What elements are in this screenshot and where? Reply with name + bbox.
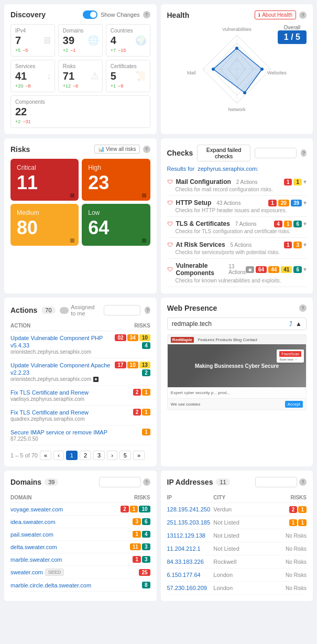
pagination-page-1[interactable]: 1: [66, 451, 78, 460]
cookies-bar: We use cookies Accept: [168, 398, 306, 410]
check-tls-actions: 7 Actions: [235, 221, 257, 227]
ip-risks-4: No Risks: [260, 546, 307, 552]
health-help-icon[interactable]: ?: [299, 12, 307, 19]
col-action-header[interactable]: ACTION: [10, 323, 30, 329]
risk-card-low[interactable]: Low 64: [82, 204, 150, 246]
ip-link-5[interactable]: 84.33.183.226: [167, 559, 204, 565]
domain-link-7[interactable]: marble.circle.delta.sweater.com: [10, 582, 91, 588]
check-item-atrisksvc: 🛡 At Risk Services 5 Actions 1 3 ▾ Check…: [167, 238, 307, 259]
pagination-next[interactable]: ›: [107, 451, 117, 460]
show-changes-toggle[interactable]: [83, 10, 97, 19]
pagination-info: 1 – 5 of 70: [10, 452, 38, 459]
ip-row-5: 84.33.183.226 Rockwell No Risks: [167, 555, 307, 569]
risks-help-icon[interactable]: ?: [143, 146, 150, 153]
risk-medium-value: 80: [17, 219, 72, 237]
actions-table-header: ACTION RISKS: [10, 321, 150, 331]
chevron-http-icon[interactable]: ▾: [303, 199, 307, 206]
domain-link-3[interactable]: pail.sweater.com: [10, 531, 53, 538]
domain-link-6[interactable]: sweater.com: [10, 569, 43, 575]
pagination-last[interactable]: »: [133, 451, 145, 460]
badge-vulncomp-teal: 6: [293, 266, 302, 273]
ip-city-6: London: [213, 572, 260, 578]
domains-help-icon[interactable]: ?: [143, 478, 150, 486]
domain-link-2[interactable]: idea.sweater.com: [10, 519, 56, 525]
risks-header: Risks 📊 View all risks ?: [10, 145, 150, 154]
col-risks-header[interactable]: RISKS: [134, 323, 150, 329]
actions-search-input[interactable]: [104, 305, 140, 315]
view-all-risks-button[interactable]: 📊 View all risks: [94, 145, 140, 154]
ip-link-2[interactable]: 251.135.203.185: [167, 519, 211, 526]
action-link-4[interactable]: Fix TLS Certificate and Renew: [10, 409, 89, 416]
ip-link-7[interactable]: 57.230.160.209: [167, 585, 207, 591]
stat-risks-changes: +12 −6: [63, 83, 98, 89]
ip-search-input[interactable]: [255, 477, 297, 487]
action-link-1[interactable]: Update Vulnerable Component PHP v5.4.33: [10, 335, 103, 348]
stat-services-value: 41: [15, 70, 50, 82]
chevron-mail-icon[interactable]: ▾: [303, 178, 307, 185]
action-row-2: Update Vulnerable Component Apache v2.2.…: [10, 358, 150, 386]
row-1: Discovery Show Changes ? IPv4 7 +5 −5 🖥: [4, 4, 313, 134]
col-city-header[interactable]: CITY: [213, 495, 260, 500]
share-icon[interactable]: ⤴: [289, 320, 292, 328]
pagination-page-5[interactable]: 5: [119, 451, 131, 460]
ip-link-3[interactable]: 13112.129.138: [167, 532, 205, 539]
check-mail-badges: 1 1 ▾: [284, 178, 307, 185]
svg-marker-10: [213, 48, 262, 93]
ip-link-1[interactable]: 128.195.241.250: [167, 506, 211, 512]
main-page: Discovery Show Changes ? IPv4 7 +5 −5 🖥: [0, 0, 317, 644]
ip-link-4[interactable]: 11.204.212.1: [167, 545, 201, 552]
screenshot-footer: Expert cyber security p... prod...: [168, 387, 306, 398]
chevron-atrisksvc-icon[interactable]: ▾: [303, 241, 307, 248]
accept-cookies-button[interactable]: Accept: [285, 401, 303, 408]
screenshot-hero: Making Businesses Cyber Secure FraceScan…: [168, 344, 306, 387]
pagination-prev[interactable]: ‹: [53, 451, 64, 460]
col-ip-risks-header[interactable]: RISKS: [260, 495, 307, 500]
ip-city-7: London: [213, 585, 260, 591]
domains-search-input[interactable]: [99, 477, 141, 487]
check-tls-header: 🛡 TLS & Certificates 7 Actions 4 1 6 ▾: [167, 220, 307, 227]
action-link-2[interactable]: Update Vulnerable Component Apache v2.2.…: [10, 362, 110, 376]
domain-row-7: marble.circle.delta.sweater.com 8: [10, 579, 150, 592]
domain-badges-2: 3 6: [133, 518, 150, 525]
check-mail-left: 🛡 Mail Configuration 2 Actions: [167, 178, 258, 185]
chevron-tls-icon[interactable]: ▾: [303, 220, 307, 227]
risk-card-critical[interactable]: Critical 11: [10, 159, 79, 201]
actions-header: Actions 70 Assigned to me ?: [10, 304, 150, 316]
chevron-vulncomp-icon[interactable]: ▾: [303, 266, 307, 273]
actions-help-icon[interactable]: ?: [145, 307, 150, 314]
chevron-up-icon[interactable]: ▲: [296, 320, 302, 328]
domain-link-5[interactable]: marble.sweater.com: [10, 556, 62, 563]
badge-vulncomp-yellow: 41: [281, 266, 292, 273]
checks-search-input[interactable]: [255, 148, 297, 158]
risk-medium-dot: [70, 238, 74, 243]
assigned-toggle-switch[interactable]: [60, 307, 69, 314]
svg-text:Vulnerabilities: Vulnerabilities: [222, 27, 252, 32]
domain-link-4[interactable]: delta.sweater.com: [10, 544, 57, 550]
web-presence-help-icon[interactable]: ?: [299, 304, 307, 312]
domain-selector[interactable]: redmaple.tech ⤴ ▲: [167, 318, 307, 330]
col-ip-header[interactable]: IP: [167, 495, 214, 500]
col-domain-header[interactable]: DOMAIN: [10, 495, 32, 500]
checks-help-icon[interactable]: ?: [301, 149, 307, 157]
ip-help-icon[interactable]: ?: [299, 478, 307, 486]
risk-card-high[interactable]: High 23: [82, 159, 150, 201]
check-vulncomp-desc: Checks for known vulnerabilities and exp…: [176, 278, 307, 283]
ip-link-6[interactable]: 6.150.177.64: [167, 572, 201, 578]
domain-link-1[interactable]: voyage.sweater.com: [10, 506, 63, 512]
action-link-5[interactable]: Secure IMAP service or remove IMAP: [10, 429, 107, 435]
action-link-3[interactable]: Fix TLS Certificate and Renew: [10, 389, 89, 396]
action-row-4: Fix TLS Certificate and Renew quadrex.ze…: [10, 406, 150, 425]
screenshot-hero-text: Making Businesses Cyber Secure: [195, 363, 279, 369]
discovery-help-icon[interactable]: ?: [143, 11, 150, 18]
risks-panel: Risks 📊 View all risks ? Critical 11: [4, 138, 157, 293]
about-health-button[interactable]: ℹ About Health: [255, 10, 296, 19]
risk-low-label: Low: [88, 209, 144, 216]
pagination-page-3[interactable]: 3: [93, 451, 105, 460]
action-domain-3: vaelisys.zephyrus.seraphix.com: [10, 396, 89, 402]
expand-failed-checks-button[interactable]: Expand failed checks: [197, 145, 250, 161]
pagination-page-2[interactable]: 2: [80, 451, 91, 460]
pagination-first[interactable]: «: [40, 451, 51, 460]
ip-city-4: Not Listed: [213, 545, 260, 552]
risk-card-medium[interactable]: Medium 80: [10, 204, 79, 246]
col-domain-risks-header[interactable]: RISKS: [134, 495, 150, 500]
